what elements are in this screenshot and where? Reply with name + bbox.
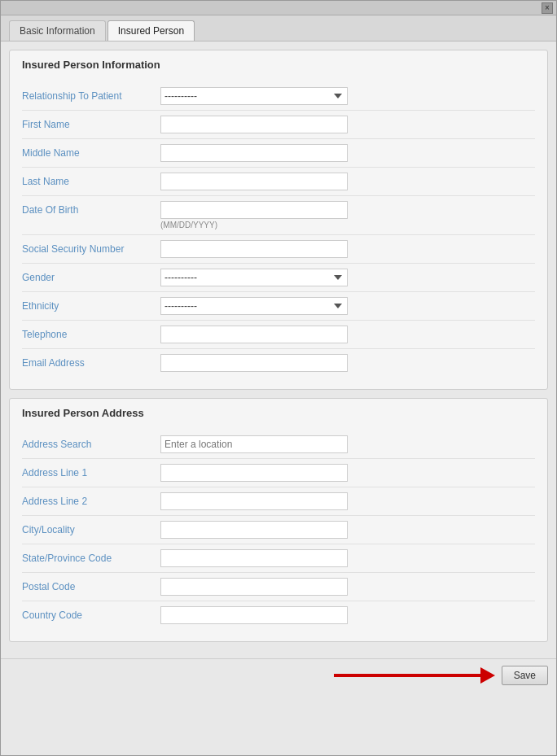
- relationship-row: Relationship To Patient ----------: [22, 82, 535, 111]
- last-name-input[interactable]: [160, 173, 348, 190]
- address-line2-field: [160, 492, 535, 510]
- city-field: [160, 521, 535, 539]
- dob-hint: (MM/DD/YYYY): [160, 221, 535, 229]
- relationship-select[interactable]: ----------: [160, 87, 348, 105]
- ethnicity-label: Ethnicity: [22, 297, 160, 312]
- address-search-field: [160, 435, 535, 453]
- dob-label: Date Of Birth: [22, 201, 160, 216]
- postal-code-field: [160, 578, 535, 596]
- city-label: City/Locality: [22, 521, 160, 535]
- dob-field: (MM/DD/YYYY): [160, 201, 535, 229]
- address-line1-input[interactable]: [160, 464, 348, 482]
- telephone-field: [160, 326, 535, 343]
- tab-bar: Basic Information Insured Person: [1, 15, 556, 42]
- city-input[interactable]: [160, 521, 348, 539]
- telephone-input[interactable]: [160, 326, 348, 343]
- gender-label: Gender: [22, 269, 160, 283]
- content-area: Insured Person Information Relationship …: [1, 42, 556, 658]
- ethnicity-field: ----------: [160, 297, 535, 315]
- country-code-input[interactable]: [160, 606, 348, 624]
- last-name-field: [160, 173, 535, 190]
- middle-name-label: Middle Name: [22, 144, 160, 159]
- gender-select[interactable]: ----------: [160, 269, 348, 286]
- dob-input[interactable]: [160, 201, 348, 219]
- insured-person-address-section: Insured Person Address Address Search Ad…: [9, 398, 548, 642]
- first-name-input[interactable]: [160, 116, 348, 133]
- last-name-label: Last Name: [22, 173, 160, 187]
- ethnicity-select[interactable]: ----------: [160, 297, 348, 315]
- tab-basic-information[interactable]: Basic Information: [9, 20, 106, 41]
- telephone-label: Telephone: [22, 326, 160, 340]
- ssn-label: Social Security Number: [22, 240, 160, 255]
- country-code-row: Country Code: [22, 601, 535, 629]
- first-name-label: First Name: [22, 116, 160, 130]
- state-field: [160, 549, 535, 567]
- ssn-input[interactable]: [160, 240, 348, 258]
- state-label: State/Province Code: [22, 549, 160, 564]
- first-name-field: [160, 116, 535, 133]
- middle-name-field: [160, 144, 535, 162]
- first-name-row: First Name: [22, 111, 535, 139]
- insured-person-info-section: Insured Person Information Relationship …: [9, 50, 548, 390]
- insured-person-address-title: Insured Person Address: [22, 407, 535, 422]
- ssn-row: Social Security Number: [22, 235, 535, 264]
- gender-row: Gender ----------: [22, 264, 535, 292]
- relationship-label: Relationship To Patient: [22, 87, 160, 102]
- address-line2-input[interactable]: [160, 492, 348, 510]
- ssn-field: [160, 240, 535, 258]
- gender-field: ----------: [160, 269, 535, 286]
- insured-person-info-title: Insured Person Information: [22, 59, 535, 74]
- country-code-label: Country Code: [22, 606, 160, 621]
- email-field: [160, 354, 535, 372]
- arrow-head-icon: [480, 667, 495, 684]
- tab-insured-person[interactable]: Insured Person: [107, 20, 195, 41]
- address-search-input[interactable]: [160, 435, 348, 453]
- address-line1-row: Address Line 1: [22, 459, 535, 487]
- address-line2-label: Address Line 2: [22, 492, 160, 507]
- title-bar: ×: [1, 1, 556, 15]
- address-line1-label: Address Line 1: [22, 464, 160, 479]
- dob-row: Date Of Birth (MM/DD/YYYY): [22, 196, 535, 235]
- save-button[interactable]: Save: [502, 666, 548, 685]
- arrow-line: [334, 674, 480, 677]
- relationship-field: ----------: [160, 87, 535, 105]
- email-input[interactable]: [160, 354, 348, 372]
- last-name-row: Last Name: [22, 168, 535, 196]
- address-line1-field: [160, 464, 535, 482]
- middle-name-row: Middle Name: [22, 139, 535, 168]
- postal-code-label: Postal Code: [22, 578, 160, 592]
- address-search-label: Address Search: [22, 435, 160, 450]
- middle-name-input[interactable]: [160, 144, 348, 162]
- address-search-row: Address Search: [22, 430, 535, 459]
- city-row: City/Locality: [22, 516, 535, 544]
- footer: Save: [1, 658, 556, 692]
- email-row: Email Address: [22, 349, 535, 377]
- postal-code-row: Postal Code: [22, 573, 535, 601]
- telephone-row: Telephone: [22, 321, 535, 349]
- address-line2-row: Address Line 2: [22, 487, 535, 516]
- state-input[interactable]: [160, 549, 348, 567]
- state-row: State/Province Code: [22, 544, 535, 573]
- postal-code-input[interactable]: [160, 578, 348, 596]
- country-code-field: [160, 606, 535, 624]
- main-window: × Basic Information Insured Person Insur…: [0, 0, 557, 756]
- email-label: Email Address: [22, 354, 160, 369]
- ethnicity-row: Ethnicity ----------: [22, 292, 535, 321]
- close-button[interactable]: ×: [542, 2, 553, 14]
- arrow-container: [334, 667, 495, 684]
